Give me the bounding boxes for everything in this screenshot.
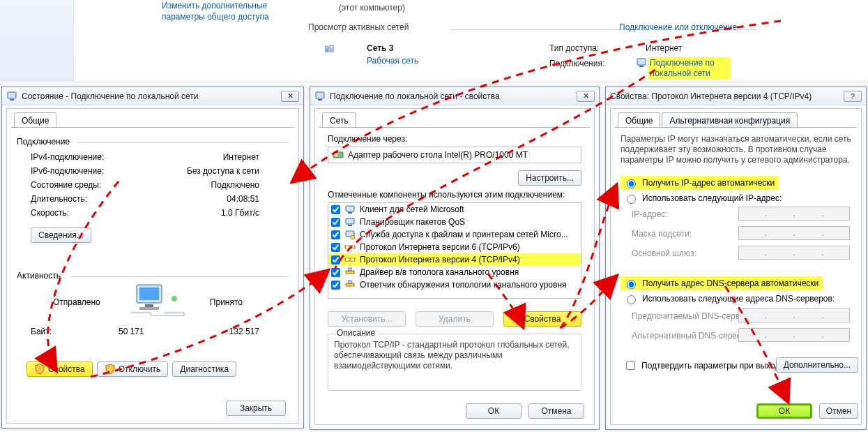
tab-network[interactable]: Сеть xyxy=(322,112,356,128)
titlebar[interactable]: Состояние - Подключение по локальной сет… xyxy=(2,87,303,105)
connect-via-label: Подключение через: xyxy=(328,134,407,144)
adapter-icon xyxy=(333,149,344,161)
install-button[interactable]: Установить... xyxy=(328,311,406,327)
titlebar[interactable]: Подключение по локальной сети - свойства… xyxy=(310,87,599,105)
validate-checkbox-label: Подтвердить параметры при выходе xyxy=(641,361,784,371)
close-button[interactable]: Закрыть xyxy=(226,401,286,416)
svg-rect-5 xyxy=(330,47,333,47)
commit-buttons: ОК Отмен xyxy=(756,403,858,419)
cancel-button[interactable]: Отмен xyxy=(819,403,858,419)
component-label: Драйвер в/в тополога канального уровня xyxy=(360,267,519,277)
dialog-body: Общие Альтернативная конфигурация Параме… xyxy=(610,108,862,425)
ok-button[interactable]: ОК xyxy=(756,403,812,419)
help-button[interactable]: ? xyxy=(844,91,862,102)
component-icon xyxy=(344,241,356,253)
component-checkbox[interactable] xyxy=(331,243,340,252)
item-properties-button[interactable]: Свойства xyxy=(503,311,581,327)
window-title: Состояние - Подключение по локальной сет… xyxy=(22,91,278,101)
component-icon xyxy=(344,254,356,265)
lan-icon xyxy=(6,91,17,102)
ok-button[interactable]: ОК xyxy=(466,403,521,419)
duration-label: Длительность: xyxy=(31,194,87,204)
connection-link[interactable]: Подключение по локальной сети xyxy=(648,57,731,80)
radio-dns-manual-input[interactable] xyxy=(627,295,636,304)
radio-ip-manual-input[interactable] xyxy=(627,195,636,204)
sent-label: Отправлено xyxy=(53,297,100,307)
radio-ip-manual[interactable]: Использовать следующий IP-адрес: xyxy=(620,191,782,205)
properties-button[interactable]: Свойства xyxy=(26,362,93,377)
change-sharing-l2: параметры общего доступа xyxy=(162,11,269,22)
titlebar[interactable]: Свойства: Протокол Интернета версии 4 (T… xyxy=(606,87,866,105)
disable-button[interactable]: Отключить xyxy=(97,362,169,377)
component-row[interactable]: Ответчик обнаружения топологии канальног… xyxy=(328,278,581,291)
window-title: Свойства: Протокол Интернета версии 4 (T… xyxy=(610,91,841,101)
svg-point-24 xyxy=(351,235,355,239)
configure-button[interactable]: Настроить... xyxy=(518,170,581,186)
properties-button-label: Свойства xyxy=(48,364,85,374)
change-sharing-link[interactable]: Изменить дополнительные параметры общего… xyxy=(162,0,269,22)
radio-ip-auto[interactable]: Получить IP-адрес автоматически xyxy=(620,176,779,190)
component-checkbox[interactable] xyxy=(331,268,340,277)
speed-label: Скорость: xyxy=(31,208,69,218)
components-list[interactable]: Клиент для сетей MicrosoftПланировщик па… xyxy=(328,202,581,299)
details-button[interactable]: Сведения... xyxy=(31,228,91,243)
dns2-label: Альтернативный DNS-сервер: xyxy=(632,331,749,341)
close-button[interactable]: ✕ xyxy=(577,91,595,102)
advanced-button[interactable]: Дополнительно... xyxy=(776,357,858,373)
component-checkbox[interactable] xyxy=(331,218,340,227)
group-line xyxy=(77,142,289,143)
close-button[interactable]: ✕ xyxy=(281,91,299,102)
component-row[interactable]: Клиент для сетей Microsoft xyxy=(328,203,581,216)
component-row[interactable]: Служба доступа к файлам и принтерам сете… xyxy=(328,228,581,241)
component-row[interactable]: Драйвер в/в тополога канального уровня xyxy=(328,266,581,278)
radio-dns-auto-input[interactable] xyxy=(627,280,636,289)
mask-field[interactable]: ... xyxy=(738,226,850,240)
bytes-label: Байт: xyxy=(31,327,52,336)
network-type-link[interactable]: Рабочая сеть xyxy=(367,56,418,66)
ip-field[interactable]: ... xyxy=(738,207,850,221)
description-group: Описание Протокол TCP/IP - стандартный п… xyxy=(328,334,581,391)
component-icon xyxy=(344,267,356,278)
dialog-body: Общие Подключение IPv4-подключение: Инте… xyxy=(6,108,299,424)
component-checkbox[interactable] xyxy=(331,205,340,214)
validate-checkbox[interactable]: Подтвердить параметры при выходе xyxy=(623,359,784,372)
component-checkbox[interactable] xyxy=(331,255,340,265)
speed-value: 1.0 Гбит/с xyxy=(221,208,259,218)
component-label: Планировщик пакетов QoS xyxy=(360,217,465,227)
shield-icon xyxy=(105,364,116,375)
component-row[interactable]: Планировщик пакетов QoS xyxy=(328,216,581,228)
tab-general[interactable]: Общие xyxy=(14,112,56,128)
recv-label: Принято xyxy=(210,297,243,307)
radio-dns-manual[interactable]: Использовать следующие адреса DNS-сервер… xyxy=(620,292,835,306)
cancel-button[interactable]: Отмена xyxy=(528,403,584,419)
status-window: Состояние - Подключение по локальной сет… xyxy=(1,87,304,429)
dns2-field[interactable]: ... xyxy=(738,328,850,342)
component-checkbox[interactable] xyxy=(331,281,340,290)
gw-field[interactable]: ... xyxy=(738,246,850,260)
radio-dns-auto[interactable]: Получить адрес DNS-сервера автоматически xyxy=(620,276,823,290)
validate-checkbox-input[interactable] xyxy=(626,361,635,370)
components-label: Отмеченные компоненты используются этим … xyxy=(328,190,581,200)
component-row[interactable]: Протокол Интернета версии 6 (TCP/IPv6) xyxy=(328,241,581,253)
radio-ip-auto-input[interactable] xyxy=(627,179,636,188)
diagnostics-button[interactable]: Диагностика xyxy=(172,362,236,377)
access-type-label: Тип доступа: xyxy=(549,43,599,53)
bytes-sent: 50 171 xyxy=(119,327,144,336)
component-row[interactable]: Протокол Интернета версии 4 (TCP/IPv4) xyxy=(328,253,581,266)
radio-ip-manual-label: Использовать следующий IP-адрес: xyxy=(642,193,782,203)
remove-button[interactable]: Удалить xyxy=(416,311,494,327)
lan-icon xyxy=(314,91,326,102)
ip-auto-row: Получить IP-адрес автоматически xyxy=(620,176,779,191)
svg-rect-4 xyxy=(330,46,333,47)
component-icon xyxy=(344,279,356,290)
dns1-field[interactable]: ... xyxy=(738,308,850,322)
dialog-body: Сеть Подключение через: Адаптер рабочего… xyxy=(314,108,595,425)
dns-auto-row: Получить адрес DNS-сервера автоматически xyxy=(620,276,823,291)
gw-label: Основной шлюз: xyxy=(632,248,696,258)
tabs-divider xyxy=(615,127,857,128)
connect-disconnect-link[interactable]: Подключение или отключение xyxy=(619,22,737,32)
tab-alternate[interactable]: Альтернативная конфигурация xyxy=(662,112,798,128)
tab-general[interactable]: Общие xyxy=(618,112,660,128)
component-checkbox[interactable] xyxy=(331,230,340,239)
ip-label: IP-адрес: xyxy=(632,209,668,219)
